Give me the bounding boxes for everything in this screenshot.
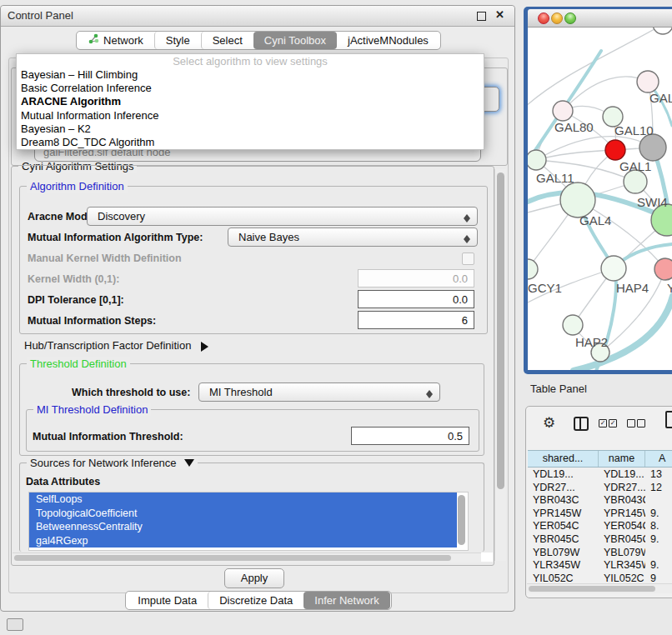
table-cell[interactable]: YDR27... <box>528 482 599 495</box>
table-row[interactable]: YLR345WYLR345W9. <box>528 559 672 572</box>
algorithm-option[interactable]: Mutual Information Inference <box>17 109 484 122</box>
column-header[interactable]: A <box>645 451 672 467</box>
table-cell[interactable]: 8. <box>645 520 672 533</box>
network-node[interactable] <box>605 140 625 160</box>
table-cell[interactable]: YLR345W <box>599 559 645 572</box>
table-cell[interactable]: 9. <box>645 508 672 521</box>
attribute-item[interactable]: TopologicalCoefficient <box>29 507 457 521</box>
table-cell[interactable]: YBL079W <box>528 547 599 560</box>
algorithm-option[interactable]: Dream8 DC_TDC Algorithm <box>17 136 484 149</box>
apply-button[interactable]: Apply <box>224 568 284 588</box>
table-scrollbar-thumb[interactable] <box>529 586 655 592</box>
network-canvas[interactable]: GAL80GAL10GAL1GAL11SWI4GAL4GCY1HAP4YHAP2… <box>528 28 672 370</box>
float-window-icon[interactable] <box>477 12 486 21</box>
dpi-tolerance-field[interactable]: 0.0 <box>358 290 474 308</box>
control-panel-titlebar[interactable]: Control Panel ✕ <box>1 6 514 27</box>
table-cell[interactable]: YPR145W <box>599 508 645 521</box>
mi-threshold-field[interactable]: 0.5 <box>351 427 469 445</box>
tab-jactivemnodules[interactable]: jActiveMNodules <box>337 32 439 49</box>
settings-scrollbar[interactable] <box>494 169 506 561</box>
network-graph[interactable]: GAL80GAL10GAL1GAL11SWI4GAL4GCY1HAP4YHAP2… <box>528 28 672 370</box>
column-header[interactable]: name <box>599 451 645 467</box>
data-attributes-list[interactable]: SelfLoopsTopologicalCoefficientBetweenne… <box>28 492 469 551</box>
algorithm-option[interactable]: Bayesian – Hill Climbing <box>17 68 484 82</box>
minimize-traffic-light-icon[interactable] <box>551 12 563 24</box>
tab-select[interactable]: Select <box>201 32 253 49</box>
table-cell[interactable]: YDL19... <box>599 468 645 482</box>
table-cell[interactable]: YBL079W <box>599 547 645 560</box>
table-cell[interactable]: YBR043C <box>528 494 599 508</box>
attribute-item[interactable]: SelfLoops <box>29 492 457 507</box>
zoom-traffic-light-icon[interactable] <box>564 12 576 24</box>
table-cell[interactable]: 9. <box>645 533 672 547</box>
network-node[interactable] <box>601 256 626 281</box>
close-icon[interactable]: ✕ <box>495 8 504 21</box>
table-cell[interactable]: YBR045C <box>528 533 599 547</box>
tab-cyni-toolbox[interactable]: Cyni Toolbox <box>253 32 337 49</box>
mi-type-combo[interactable]: Naive Bayes <box>228 228 478 247</box>
table-cell[interactable]: 13 <box>645 468 672 482</box>
tab-impute-data[interactable]: Impute Data <box>127 592 208 609</box>
algorithm-option[interactable]: ARACNE Algorithm <box>17 95 484 108</box>
tab-infer-network[interactable]: Infer Network <box>303 592 389 609</box>
close-traffic-light-icon[interactable] <box>538 12 549 24</box>
settings-gear-icon[interactable]: ⚙ <box>543 414 555 432</box>
algorithm-option[interactable]: Basic Correlation Inference <box>17 82 484 95</box>
manual-kernel-checkbox[interactable] <box>462 252 474 265</box>
table-cell[interactable]: 9. <box>645 559 672 572</box>
network-node[interactable] <box>639 134 666 161</box>
horizontal-scrollbar-thumb[interactable] <box>14 555 451 561</box>
page-icon[interactable] <box>665 411 672 428</box>
table-cell[interactable]: YPR145W <box>528 508 599 521</box>
which-threshold-combo[interactable]: MI Threshold <box>198 382 440 402</box>
table-cell[interactable]: YLR345W <box>528 559 599 572</box>
table-cell[interactable]: YBR045C <box>599 533 645 547</box>
tab-style[interactable]: Style <box>154 32 201 49</box>
collapsed-panel-icon[interactable] <box>7 618 23 631</box>
table-cell[interactable]: YBR043C <box>599 494 645 508</box>
table-row[interactable]: YBR043CYBR043C <box>528 494 672 508</box>
column-header[interactable]: shared... <box>528 451 599 467</box>
sources-title[interactable]: Sources for Network Inference <box>27 457 198 469</box>
table-cell[interactable] <box>645 494 672 508</box>
aracne-mode-combo[interactable]: Discovery <box>87 207 478 226</box>
mi-steps-field[interactable]: 6 <box>358 311 474 329</box>
table-row[interactable]: YDR27...YDR27...12 <box>528 482 672 495</box>
network-node[interactable] <box>653 28 672 34</box>
table-row[interactable]: YDL19...YDL19...13 <box>528 468 672 482</box>
table-horizontal-scrollbar[interactable] <box>527 583 672 593</box>
tab-discretize-data[interactable]: Discretize Data <box>208 592 303 609</box>
attribute-item[interactable]: gal4RGexp <box>29 534 457 548</box>
network-node[interactable] <box>654 258 672 280</box>
tab-network[interactable]: Network <box>78 32 154 49</box>
table-row[interactable]: YER054CYER054C8. <box>528 520 672 533</box>
attribute-list-scrollbar[interactable] <box>457 492 467 550</box>
network-view-window[interactable]: GAL80GAL10GAL1GAL11SWI4GAL4GCY1HAP4YHAP2… <box>524 7 672 374</box>
table-row[interactable]: YBR045CYBR045C9. <box>528 533 672 547</box>
network-node[interactable] <box>553 101 573 121</box>
network-window-titlebar[interactable] <box>528 9 672 28</box>
network-node[interactable] <box>637 71 659 92</box>
table-row[interactable]: YPR145WYPR145W9. <box>528 508 672 521</box>
hub-definition-expander[interactable]: Hub/Transcription Factor Definition <box>24 339 213 352</box>
deselect-all-icon[interactable] <box>627 419 635 428</box>
table-cell[interactable]: YDL19... <box>528 468 599 482</box>
table-cell[interactable]: YDR27... <box>599 482 645 495</box>
network-node[interactable] <box>560 182 595 218</box>
algorithm-option[interactable]: Bayesian – K2 <box>17 122 484 136</box>
network-node[interactable] <box>528 259 538 279</box>
network-node[interactable] <box>624 170 647 193</box>
horizontal-scrollbar[interactable] <box>13 552 491 562</box>
table-cell[interactable]: YER054C <box>599 520 645 533</box>
network-node[interactable] <box>528 150 546 170</box>
settings-scrollbar-thumb[interactable] <box>497 172 504 489</box>
select-all-icon[interactable]: ✓ <box>609 419 617 428</box>
kernel-width-field[interactable]: 0.0 <box>358 269 474 288</box>
select-all-icon[interactable]: ✓ <box>599 419 607 428</box>
table-row[interactable]: YBL079WYBL079W <box>528 547 672 560</box>
column-layout-icon[interactable] <box>574 417 589 431</box>
table-cell[interactable] <box>645 547 672 560</box>
attribute-item[interactable]: BetweennessCentrality <box>29 520 457 534</box>
network-node[interactable] <box>563 315 583 335</box>
attribute-list-scrollbar-thumb[interactable] <box>458 495 465 545</box>
